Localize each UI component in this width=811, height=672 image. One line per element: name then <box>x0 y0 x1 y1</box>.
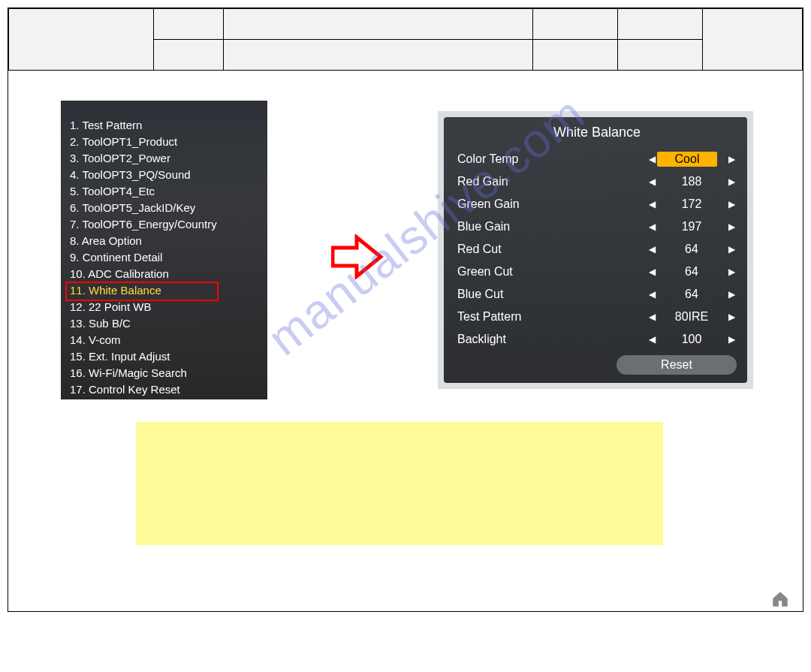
white-balance-label: Red Gain <box>457 175 647 188</box>
white-balance-value: 197 <box>657 220 726 234</box>
white-balance-value: 64 <box>657 288 726 301</box>
white-balance-label: Red Cut <box>457 243 647 256</box>
triangle-left-icon[interactable]: ◀ <box>647 312 657 322</box>
white-balance-label: Blue Cut <box>457 288 647 301</box>
white-balance-value: 64 <box>657 265 726 279</box>
value-stepper[interactable]: ◀100▶ <box>647 333 737 346</box>
white-balance-value: 80IRE <box>657 310 726 324</box>
triangle-right-icon[interactable]: ▶ <box>726 312 737 322</box>
triangle-right-icon[interactable]: ▶ <box>726 244 737 255</box>
white-balance-row[interactable]: Blue Cut◀64▶ <box>457 283 737 306</box>
triangle-left-icon[interactable]: ◀ <box>647 154 657 164</box>
service-menu-item[interactable]: 7. ToolOPT6_Energy/Country <box>70 216 261 233</box>
value-stepper[interactable]: ◀Cool▶ <box>647 152 737 167</box>
document-frame: 1. Test Pattern2. ToolOPT1_Product3. Too… <box>8 8 803 612</box>
triangle-left-icon[interactable]: ◀ <box>647 176 657 187</box>
service-menu-item[interactable]: 11. White Balance <box>70 282 261 299</box>
white-balance-row[interactable]: Test Pattern◀80IRE▶ <box>457 306 737 328</box>
service-menu-item[interactable]: 10. ADC Calibration <box>70 266 261 282</box>
white-balance-title: White Balance <box>457 125 737 140</box>
white-balance-label: Test Pattern <box>457 310 647 324</box>
triangle-right-icon[interactable]: ▶ <box>726 267 737 277</box>
service-menu-item[interactable]: 1. Test Pattern <box>70 117 261 134</box>
service-menu-item[interactable]: 9. Continent Detail <box>70 249 261 266</box>
triangle-right-icon[interactable]: ▶ <box>726 334 737 345</box>
triangle-left-icon[interactable]: ◀ <box>647 289 657 300</box>
triangle-right-icon[interactable]: ▶ <box>726 176 737 187</box>
triangle-right-icon[interactable]: ▶ <box>726 221 737 232</box>
white-balance-row[interactable]: Color Temp◀Cool▶ <box>457 148 737 170</box>
white-balance-row[interactable]: Green Cut◀64▶ <box>457 261 737 283</box>
header-table <box>8 8 803 71</box>
white-balance-row[interactable]: Red Cut◀64▶ <box>457 238 737 261</box>
white-balance-label: Color Temp <box>457 152 647 166</box>
service-menu-item[interactable]: 17. Control Key Reset <box>70 381 261 398</box>
white-balance-value: Cool <box>657 152 726 167</box>
reset-button[interactable]: Reset <box>617 355 737 375</box>
service-menu-item[interactable]: 16. Wi-Fi/Magic Search <box>70 365 261 381</box>
white-balance-value: 188 <box>657 175 726 188</box>
color-temp-badge: Cool <box>657 152 717 167</box>
value-stepper[interactable]: ◀64▶ <box>647 288 737 301</box>
white-balance-label: Green Cut <box>457 265 647 279</box>
triangle-left-icon[interactable]: ◀ <box>647 267 657 277</box>
service-menu-item[interactable]: 8. Area Option <box>70 233 261 249</box>
service-menu-item[interactable]: 15. Ext. Input Adjust <box>70 348 261 365</box>
arrow-icon <box>331 234 384 279</box>
white-balance-row[interactable]: Red Gain◀188▶ <box>457 170 737 193</box>
triangle-right-icon[interactable]: ▶ <box>726 199 737 209</box>
triangle-right-icon[interactable]: ▶ <box>726 154 737 164</box>
triangle-left-icon[interactable]: ◀ <box>647 199 657 209</box>
white-balance-row[interactable]: Green Gain◀172▶ <box>457 193 737 215</box>
value-stepper[interactable]: ◀172▶ <box>647 197 737 211</box>
triangle-left-icon[interactable]: ◀ <box>647 334 657 345</box>
white-balance-value: 172 <box>657 197 726 211</box>
service-menu-item[interactable]: 14. V-com <box>70 332 261 348</box>
service-menu-item[interactable]: 3. ToolOPT2_Power <box>70 150 261 167</box>
white-balance-value: 64 <box>657 243 726 256</box>
triangle-left-icon[interactable]: ◀ <box>647 221 657 232</box>
white-balance-row[interactable]: Blue Gain◀197▶ <box>457 215 737 238</box>
service-menu-item[interactable]: 13. Sub B/C <box>70 315 261 332</box>
value-stepper[interactable]: ◀188▶ <box>647 175 737 188</box>
white-balance-label: Blue Gain <box>457 220 647 234</box>
note-box <box>136 422 663 545</box>
triangle-left-icon[interactable]: ◀ <box>647 244 657 255</box>
white-balance-label: Green Gain <box>457 197 647 211</box>
value-stepper[interactable]: ◀197▶ <box>647 220 737 234</box>
svg-marker-0 <box>333 237 381 276</box>
service-menu-item[interactable]: 4. ToolOPT3_PQ/Sound <box>70 167 261 183</box>
triangle-right-icon[interactable]: ▶ <box>726 289 737 300</box>
value-stepper[interactable]: ◀64▶ <box>647 265 737 279</box>
value-stepper[interactable]: ◀80IRE▶ <box>647 310 737 324</box>
service-menu-screenshot: 1. Test Pattern2. ToolOPT1_Product3. Too… <box>61 101 267 399</box>
home-icon[interactable] <box>770 589 790 609</box>
white-balance-row[interactable]: Backlight◀100▶ <box>457 328 737 351</box>
white-balance-panel: White Balance Color Temp◀Cool▶Red Gain◀1… <box>444 117 747 383</box>
white-balance-screenshot: White Balance Color Temp◀Cool▶Red Gain◀1… <box>438 111 753 389</box>
service-menu-item[interactable]: 6. ToolOPT5_JackID/Key <box>70 200 261 216</box>
service-menu-item[interactable]: 5. ToolOPT4_Etc <box>70 183 261 200</box>
white-balance-label: Backlight <box>457 333 647 346</box>
white-balance-value: 100 <box>657 333 726 346</box>
document-body: 1. Test Pattern2. ToolOPT1_Product3. Too… <box>8 71 803 621</box>
service-menu-item[interactable]: 2. ToolOPT1_Product <box>70 134 261 150</box>
value-stepper[interactable]: ◀64▶ <box>647 243 737 256</box>
service-menu-item[interactable]: 12. 22 Point WB <box>70 299 261 315</box>
